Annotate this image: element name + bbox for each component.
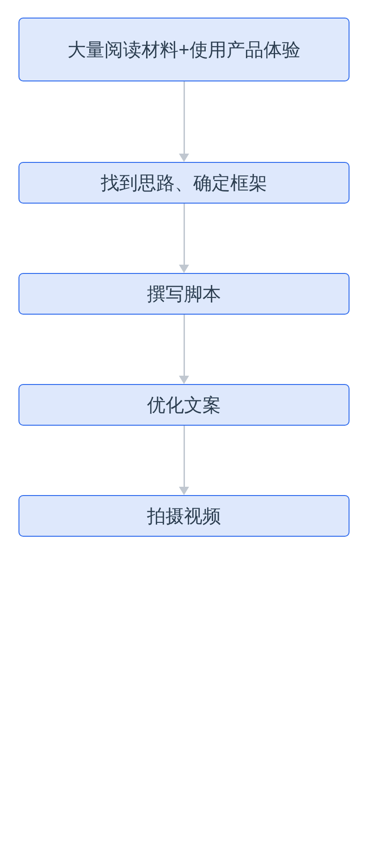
flow-node-5: 拍摄视频 — [18, 495, 350, 537]
arrow-down-icon — [179, 376, 189, 384]
arrow-down-icon — [179, 487, 189, 495]
flow-node-label: 优化文案 — [147, 392, 221, 418]
flow-node-4: 优化文案 — [18, 384, 350, 426]
flow-connector — [179, 426, 189, 495]
flow-connector — [179, 315, 189, 384]
flow-connector — [179, 81, 189, 162]
flow-connector — [179, 204, 189, 273]
connector-line — [184, 204, 185, 266]
flow-node-2: 找到思路、确定框架 — [18, 162, 350, 204]
flow-node-1: 大量阅读材料+使用产品体验 — [18, 18, 350, 81]
flow-node-label: 拍摄视频 — [147, 503, 221, 529]
flow-node-3: 撰写脚本 — [18, 273, 350, 315]
flow-node-label: 找到思路、确定框架 — [101, 170, 267, 196]
connector-line — [184, 426, 185, 488]
arrow-down-icon — [179, 265, 189, 273]
flowchart-container: 大量阅读材料+使用产品体验找到思路、确定框架撰写脚本优化文案拍摄视频 — [18, 18, 350, 537]
arrow-down-icon — [179, 154, 189, 162]
connector-line — [184, 81, 185, 155]
flow-node-label: 大量阅读材料+使用产品体验 — [67, 37, 300, 62]
connector-line — [184, 315, 185, 377]
flow-node-label: 撰写脚本 — [147, 281, 221, 307]
